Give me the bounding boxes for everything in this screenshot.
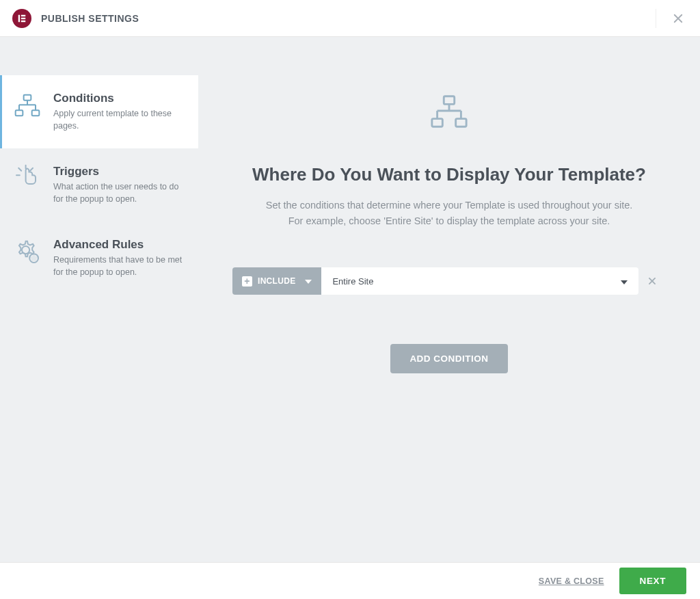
svg-rect-1 [21,14,25,16]
remove-condition-button[interactable] [638,267,666,295]
sidebar-item-conditions[interactable]: Conditions Apply current template to the… [0,75,198,148]
sidebar-item-desc: Apply current template to these pages. [53,108,185,132]
condition-value: Entire Site [332,276,373,287]
plus-icon: + [242,276,252,287]
sidebar-item-triggers[interactable]: Triggers What action the user needs to d… [0,148,198,222]
svg-rect-20 [432,119,442,127]
sidebar-item-desc: Requirements that have to be met for the… [53,254,185,278]
footer: SAVE & CLOSE NEXT [0,562,700,599]
sidebar-item-title: Advanced Rules [53,238,185,252]
chevron-down-icon [305,276,312,286]
condition-row: + INCLUDE Entire Site [232,267,666,295]
svg-rect-2 [21,17,25,18]
close-icon [647,276,657,286]
advanced-rules-icon [14,238,41,265]
header: PUBLISH SETTINGS [0,0,700,37]
main-heading: Where Do You Want to Display Your Templa… [226,164,673,185]
hierarchy-icon [226,94,673,129]
sidebar-item-title: Conditions [53,92,185,105]
svg-rect-3 [21,20,25,21]
header-title: PUBLISH SETTINGS [41,13,139,24]
svg-line-14 [18,168,21,171]
sidebar-text: Advanced Rules Requirements that have to… [53,238,185,278]
main-panel: Where Do You Want to Display Your Templa… [198,37,700,562]
svg-rect-0 [18,14,20,22]
sidebar: Conditions Apply current template to the… [0,37,198,562]
triggers-icon [14,165,41,192]
include-label: INCLUDE [258,276,295,286]
conditions-icon [14,92,41,119]
chevron-down-icon [621,276,628,287]
svg-rect-8 [32,110,40,116]
close-icon [672,12,684,25]
next-button[interactable]: NEXT [619,568,686,594]
svg-rect-21 [456,119,466,127]
add-condition-button[interactable]: ADD CONDITION [390,344,507,373]
elementor-logo [12,9,31,28]
sidebar-text: Triggers What action the user needs to d… [53,165,185,205]
svg-rect-19 [444,96,454,105]
sidebar-text: Conditions Apply current template to the… [53,92,185,132]
condition-select[interactable]: Entire Site [321,267,638,295]
svg-rect-6 [24,95,31,101]
svg-line-15 [30,168,33,171]
include-dropdown[interactable]: + INCLUDE [232,267,321,295]
body: Conditions Apply current template to the… [0,37,700,562]
sidebar-item-title: Triggers [53,165,185,178]
main-subtext: Set the conditions that determine where … [226,198,673,229]
sidebar-item-advanced-rules[interactable]: Advanced Rules Requirements that have to… [0,222,198,295]
close-button[interactable] [656,9,688,28]
save-and-close-link[interactable]: SAVE & CLOSE [539,576,604,586]
header-left: PUBLISH SETTINGS [12,9,139,28]
svg-rect-7 [16,110,23,116]
sidebar-item-desc: What action the user needs to do for the… [53,181,185,205]
